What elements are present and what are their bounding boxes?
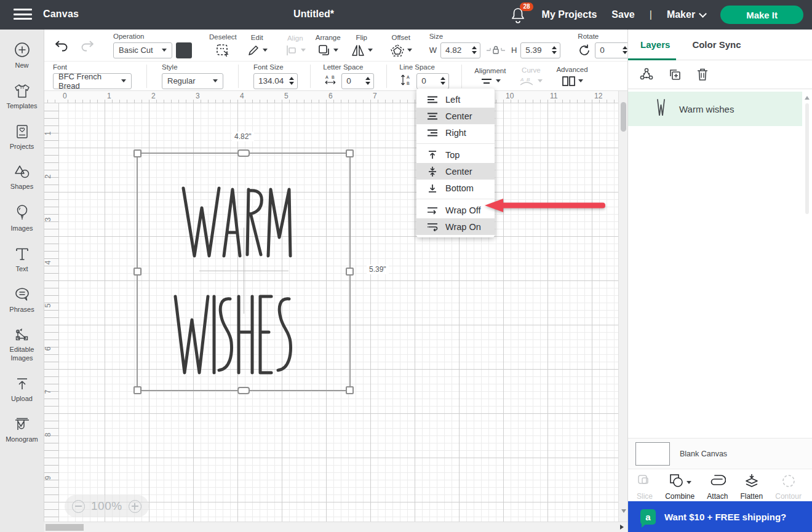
resize-handle-bottom-left[interactable] xyxy=(133,386,141,394)
sidebar-item-phrases[interactable]: Phrases xyxy=(0,280,44,320)
zoom-in-icon[interactable] xyxy=(129,500,141,513)
speech-bubble-icon xyxy=(14,287,31,303)
rotate-label: Rotate xyxy=(578,33,599,40)
color-swatch[interactable] xyxy=(176,42,192,58)
trash-icon[interactable] xyxy=(696,67,709,82)
sidebar-item-shapes[interactable]: Shapes xyxy=(0,157,44,197)
project-title[interactable]: Untitled* xyxy=(271,9,357,20)
alignment-dropdown-menu: Left Center Right Top Center Bottom Wrap… xyxy=(416,89,495,237)
align-center-icon xyxy=(426,112,439,121)
alignment-button[interactable] xyxy=(480,77,501,85)
sidebar-item-monogram[interactable]: Monogram xyxy=(0,410,44,450)
curve-button[interactable]: AB xyxy=(519,76,543,86)
menu-item-align-center-h[interactable]: Center xyxy=(416,108,495,124)
align-button[interactable] xyxy=(285,44,306,57)
hamburger-menu-icon[interactable] xyxy=(14,9,32,21)
notifications-bell-icon[interactable]: 28 xyxy=(510,6,527,23)
sidebar-item-editable-images[interactable]: Editable Images xyxy=(0,320,44,369)
width-stepper[interactable] xyxy=(470,46,479,54)
flatten-button[interactable]: Flatten xyxy=(740,474,763,501)
svg-text:A: A xyxy=(407,75,410,79)
blank-canvas-swatch[interactable] xyxy=(635,442,670,466)
sidebar-item-new[interactable]: New xyxy=(0,34,44,76)
menu-item-align-right[interactable]: Right xyxy=(416,124,495,141)
advanced-button[interactable] xyxy=(561,76,583,87)
flip-button[interactable] xyxy=(351,44,373,57)
width-input[interactable]: 4.82 xyxy=(440,42,480,58)
caret-down-icon xyxy=(368,49,373,52)
resize-handle-middle-right[interactable] xyxy=(346,268,354,276)
rotate-input[interactable]: 0 xyxy=(595,42,631,58)
menu-item-align-bottom[interactable]: Bottom xyxy=(416,180,495,196)
attach-button[interactable]: Attach xyxy=(707,474,728,501)
slice-icon xyxy=(637,474,653,491)
font-size-stepper[interactable] xyxy=(287,77,296,85)
resize-handle-middle-left[interactable] xyxy=(133,268,141,276)
undo-icon[interactable] xyxy=(54,39,69,52)
resize-handle-bottom-right[interactable] xyxy=(346,386,354,394)
font-size-label: Font Size xyxy=(253,63,284,71)
redo-icon[interactable] xyxy=(80,39,95,52)
promo-banner[interactable]: a Want $10 + FREE shipping? xyxy=(628,501,812,532)
font-label: Font xyxy=(53,63,67,71)
menu-item-align-center-v[interactable]: Center xyxy=(416,163,495,180)
resize-handle-top-center[interactable] xyxy=(237,149,250,157)
rotate-icon[interactable] xyxy=(578,44,591,57)
arrange-button[interactable] xyxy=(317,44,338,57)
canvas-horizontal-scrollbar[interactable] xyxy=(44,522,627,532)
combine-button[interactable]: Combine xyxy=(665,474,695,501)
contour-button[interactable]: Contour xyxy=(775,474,802,501)
sidebar-item-projects[interactable]: Projects xyxy=(0,117,44,157)
font-size-input[interactable]: 134.04 xyxy=(253,73,298,89)
letter-space-stepper[interactable] xyxy=(364,77,372,85)
font-select[interactable]: BFC French Bread xyxy=(53,73,132,89)
menu-item-align-left[interactable]: Left xyxy=(416,91,495,108)
menu-item-wrap-on[interactable]: Wrap On xyxy=(416,218,495,235)
edit-button[interactable] xyxy=(247,44,268,57)
offset-button[interactable] xyxy=(390,44,412,57)
resize-handle-top-right[interactable] xyxy=(346,149,354,157)
vertical-scroll-thumb[interactable] xyxy=(621,102,626,132)
slice-button[interactable]: Slice xyxy=(637,474,653,501)
design-canvas[interactable]: 0123456789101112 123456789 xyxy=(44,91,618,522)
lock-aspect-icon[interactable] xyxy=(485,44,506,57)
save-link[interactable]: Save xyxy=(611,9,634,20)
sidebar-item-templates[interactable]: Templates xyxy=(0,76,44,117)
chevron-down-icon xyxy=(699,10,707,18)
resize-handle-top-left[interactable] xyxy=(133,149,141,157)
line-space-stepper[interactable] xyxy=(439,77,447,85)
height-stepper[interactable] xyxy=(550,46,559,54)
zoom-out-icon[interactable] xyxy=(72,500,85,513)
tab-color-sync[interactable]: Color Sync xyxy=(692,39,741,50)
scroll-up-arrow-icon[interactable] xyxy=(805,96,810,100)
style-select[interactable]: Regular xyxy=(162,73,223,89)
group-icon[interactable] xyxy=(639,67,654,82)
sidebar-item-upload[interactable]: Upload xyxy=(0,369,44,410)
panel-scrollbar[interactable] xyxy=(803,93,811,463)
selection-bounding-box[interactable] xyxy=(137,153,351,391)
resize-handle-bottom-center[interactable] xyxy=(237,387,250,394)
machine-selector[interactable]: Maker xyxy=(667,9,706,20)
tab-layers[interactable]: Layers xyxy=(640,39,670,50)
canvas-vertical-scrollbar[interactable] xyxy=(618,91,627,522)
layer-item-warm-wishes[interactable]: Warm wishes xyxy=(628,92,802,126)
horizontal-scroll-thumb[interactable] xyxy=(46,524,84,531)
height-input[interactable]: 5.39 xyxy=(520,42,560,58)
caret-down-icon xyxy=(687,481,691,484)
line-space-input[interactable]: 0 xyxy=(416,73,449,89)
make-it-button[interactable]: Make It xyxy=(720,6,803,24)
deselect-button[interactable] xyxy=(215,43,230,58)
my-projects-link[interactable]: My Projects xyxy=(542,9,597,20)
letter-space-input[interactable]: 0 xyxy=(341,73,374,89)
duplicate-icon[interactable] xyxy=(667,67,682,82)
wrap-off-icon xyxy=(426,206,439,215)
scroll-right-arrow-icon[interactable] xyxy=(620,525,624,530)
operation-select[interactable]: Basic Cut xyxy=(113,42,172,58)
sidebar-item-images[interactable]: Images xyxy=(0,197,44,239)
alignment-label: Alignment xyxy=(474,67,506,74)
scroll-down-arrow-icon[interactable] xyxy=(621,509,626,513)
arrange-label: Arrange xyxy=(316,34,341,41)
menu-item-align-top[interactable]: Top xyxy=(416,146,495,163)
menu-item-wrap-off[interactable]: Wrap Off xyxy=(416,202,495,218)
sidebar-item-text[interactable]: Text xyxy=(0,239,44,280)
